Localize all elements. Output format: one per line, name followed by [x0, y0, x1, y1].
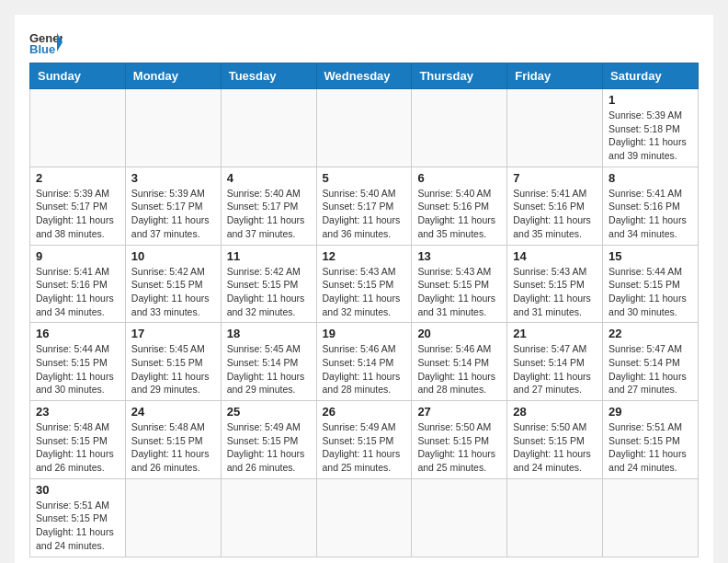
calendar-cell: 16Sunrise: 5:44 AM Sunset: 5:15 PM Dayli…	[30, 323, 126, 401]
day-info: Sunrise: 5:40 AM Sunset: 5:17 PM Dayligh…	[323, 187, 406, 241]
header: General Blue	[29, 29, 699, 55]
day-number: 22	[609, 327, 692, 340]
calendar-cell: 4Sunrise: 5:40 AM Sunset: 5:17 PM Daylig…	[221, 167, 316, 245]
day-info: Sunrise: 5:43 AM Sunset: 5:15 PM Dayligh…	[417, 265, 501, 319]
day-number: 6	[417, 171, 501, 185]
calendar-cell: 8Sunrise: 5:41 AM Sunset: 5:16 PM Daylig…	[603, 167, 699, 245]
day-number: 26	[323, 405, 406, 419]
calendar-cell: 28Sunrise: 5:50 AM Sunset: 5:15 PM Dayli…	[507, 401, 603, 479]
calendar-cell: 11Sunrise: 5:42 AM Sunset: 5:15 PM Dayli…	[221, 245, 316, 323]
day-number: 21	[513, 327, 597, 340]
day-info: Sunrise: 5:47 AM Sunset: 5:14 PM Dayligh…	[609, 342, 692, 396]
day-number: 16	[36, 327, 119, 340]
day-number: 17	[131, 327, 215, 340]
day-number: 8	[609, 171, 692, 185]
calendar-cell: 20Sunrise: 5:46 AM Sunset: 5:14 PM Dayli…	[412, 323, 507, 401]
logo: General Blue	[29, 29, 63, 55]
weekday-header-wednesday: Wednesday	[316, 63, 412, 89]
day-number: 12	[323, 249, 406, 263]
calendar-cell: 1Sunrise: 5:39 AM Sunset: 5:18 PM Daylig…	[603, 89, 699, 167]
calendar-cell: 29Sunrise: 5:51 AM Sunset: 5:15 PM Dayli…	[603, 401, 699, 479]
day-number: 5	[323, 171, 406, 185]
day-info: Sunrise: 5:44 AM Sunset: 5:15 PM Dayligh…	[609, 265, 692, 319]
day-number: 30	[36, 483, 119, 497]
svg-text:Blue: Blue	[29, 42, 55, 55]
weekday-header-sunday: Sunday	[30, 63, 126, 89]
calendar-cell: 19Sunrise: 5:46 AM Sunset: 5:14 PM Dayli…	[316, 323, 412, 401]
day-number: 9	[36, 249, 119, 263]
calendar-cell: 13Sunrise: 5:43 AM Sunset: 5:15 PM Dayli…	[412, 245, 507, 323]
calendar-cell: 14Sunrise: 5:43 AM Sunset: 5:15 PM Dayli…	[507, 245, 603, 323]
calendar-cell	[412, 478, 507, 557]
weekday-header-thursday: Thursday	[412, 63, 507, 89]
calendar-cell	[125, 478, 221, 557]
day-number: 10	[131, 249, 215, 263]
week-row-4: 23Sunrise: 5:48 AM Sunset: 5:15 PM Dayli…	[30, 401, 699, 479]
day-number: 20	[417, 327, 501, 340]
day-number: 24	[131, 405, 215, 419]
calendar-cell: 17Sunrise: 5:45 AM Sunset: 5:15 PM Dayli…	[125, 323, 221, 401]
day-info: Sunrise: 5:44 AM Sunset: 5:15 PM Dayligh…	[36, 342, 119, 396]
day-number: 29	[609, 405, 692, 419]
week-row-2: 9Sunrise: 5:41 AM Sunset: 5:16 PM Daylig…	[30, 245, 699, 323]
day-info: Sunrise: 5:46 AM Sunset: 5:14 PM Dayligh…	[323, 342, 406, 396]
weekday-header-tuesday: Tuesday	[221, 63, 316, 89]
day-info: Sunrise: 5:45 AM Sunset: 5:14 PM Dayligh…	[227, 342, 311, 396]
calendar-cell: 9Sunrise: 5:41 AM Sunset: 5:16 PM Daylig…	[30, 245, 126, 323]
day-info: Sunrise: 5:49 AM Sunset: 5:15 PM Dayligh…	[323, 420, 406, 475]
calendar-cell: 27Sunrise: 5:50 AM Sunset: 5:15 PM Dayli…	[412, 401, 507, 479]
calendar-cell	[221, 478, 316, 557]
weekday-header-friday: Friday	[507, 63, 603, 89]
day-number: 18	[227, 327, 311, 340]
day-number: 4	[227, 171, 311, 185]
weekday-header-monday: Monday	[125, 63, 221, 89]
calendar-cell: 23Sunrise: 5:48 AM Sunset: 5:15 PM Dayli…	[30, 401, 126, 479]
calendar-cell: 2Sunrise: 5:39 AM Sunset: 5:17 PM Daylig…	[30, 167, 126, 245]
week-row-3: 16Sunrise: 5:44 AM Sunset: 5:15 PM Dayli…	[30, 323, 699, 401]
calendar-cell	[221, 89, 316, 167]
calendar-cell	[603, 478, 699, 557]
day-info: Sunrise: 5:48 AM Sunset: 5:15 PM Dayligh…	[36, 420, 119, 475]
day-info: Sunrise: 5:48 AM Sunset: 5:15 PM Dayligh…	[131, 420, 215, 475]
day-info: Sunrise: 5:49 AM Sunset: 5:15 PM Dayligh…	[227, 420, 311, 475]
calendar-cell	[412, 89, 507, 167]
day-info: Sunrise: 5:39 AM Sunset: 5:18 PM Dayligh…	[609, 109, 692, 163]
day-info: Sunrise: 5:47 AM Sunset: 5:14 PM Dayligh…	[513, 342, 597, 396]
day-info: Sunrise: 5:42 AM Sunset: 5:15 PM Dayligh…	[227, 265, 311, 319]
day-info: Sunrise: 5:39 AM Sunset: 5:17 PM Dayligh…	[36, 187, 119, 241]
calendar-cell	[507, 89, 603, 167]
day-info: Sunrise: 5:41 AM Sunset: 5:16 PM Dayligh…	[513, 187, 597, 241]
day-info: Sunrise: 5:40 AM Sunset: 5:16 PM Dayligh…	[417, 187, 501, 241]
calendar-page: General Blue SundayMondayTuesdayWednesda…	[15, 15, 713, 563]
day-info: Sunrise: 5:51 AM Sunset: 5:15 PM Dayligh…	[609, 420, 692, 475]
calendar-cell: 12Sunrise: 5:43 AM Sunset: 5:15 PM Dayli…	[316, 245, 412, 323]
week-row-5: 30Sunrise: 5:51 AM Sunset: 5:15 PM Dayli…	[30, 478, 699, 557]
week-row-0: 1Sunrise: 5:39 AM Sunset: 5:18 PM Daylig…	[30, 89, 699, 167]
day-info: Sunrise: 5:42 AM Sunset: 5:15 PM Dayligh…	[131, 265, 215, 319]
calendar-cell	[125, 89, 221, 167]
calendar-cell: 5Sunrise: 5:40 AM Sunset: 5:17 PM Daylig…	[316, 167, 412, 245]
day-number: 3	[131, 171, 215, 185]
day-info: Sunrise: 5:50 AM Sunset: 5:15 PM Dayligh…	[417, 420, 501, 475]
calendar-cell	[316, 478, 412, 557]
calendar-cell	[316, 89, 412, 167]
calendar-cell: 15Sunrise: 5:44 AM Sunset: 5:15 PM Dayli…	[603, 245, 699, 323]
day-info: Sunrise: 5:51 AM Sunset: 5:15 PM Dayligh…	[36, 499, 119, 553]
day-number: 7	[513, 171, 597, 185]
calendar-table: SundayMondayTuesdayWednesdayThursdayFrid…	[29, 63, 699, 557]
calendar-cell	[507, 478, 603, 557]
day-number: 19	[323, 327, 406, 340]
calendar-cell: 18Sunrise: 5:45 AM Sunset: 5:14 PM Dayli…	[221, 323, 316, 401]
day-info: Sunrise: 5:41 AM Sunset: 5:16 PM Dayligh…	[36, 265, 119, 319]
day-info: Sunrise: 5:45 AM Sunset: 5:15 PM Dayligh…	[131, 342, 215, 396]
calendar-cell: 6Sunrise: 5:40 AM Sunset: 5:16 PM Daylig…	[412, 167, 507, 245]
weekday-header-saturday: Saturday	[603, 63, 699, 89]
day-info: Sunrise: 5:41 AM Sunset: 5:16 PM Dayligh…	[609, 187, 692, 241]
day-number: 27	[417, 405, 501, 419]
day-number: 25	[227, 405, 311, 419]
calendar-cell: 10Sunrise: 5:42 AM Sunset: 5:15 PM Dayli…	[125, 245, 221, 323]
day-info: Sunrise: 5:39 AM Sunset: 5:17 PM Dayligh…	[131, 187, 215, 241]
calendar-cell	[30, 89, 126, 167]
day-number: 11	[227, 249, 311, 263]
day-number: 28	[513, 405, 597, 419]
